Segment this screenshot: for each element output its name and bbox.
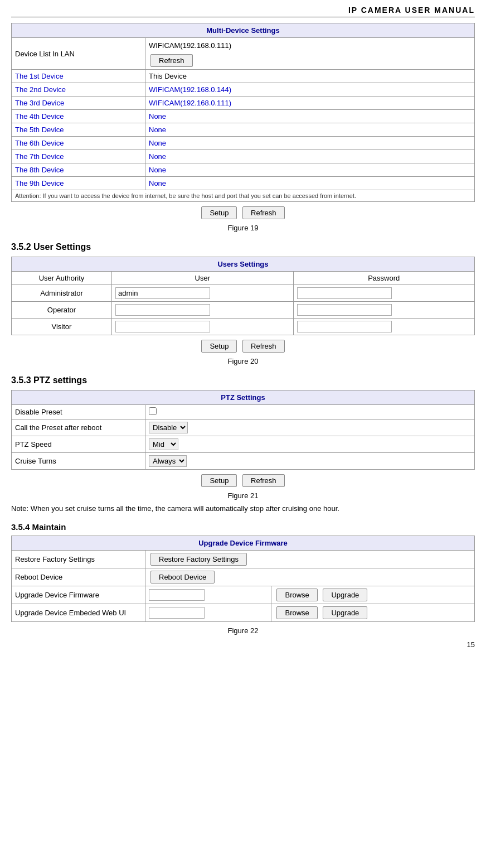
device-3rd-value: WIFICAM(192.168.0.111) xyxy=(145,97,475,110)
cruise-turns-label: Cruise Turns xyxy=(12,453,145,470)
upgrade-webui-input-cell xyxy=(145,604,271,621)
disable-preset-checkbox[interactable] xyxy=(149,407,157,415)
device-4th-label: The 4th Device xyxy=(12,110,145,123)
visitor-user-input[interactable] xyxy=(115,321,210,332)
ptz-settings-section-title: 3.5.3 PTZ settings xyxy=(11,375,475,385)
cruise-turns-cell: Always 1 2 3 xyxy=(145,453,475,470)
reboot-device-label: Reboot Device xyxy=(12,568,145,586)
device-8th-value: None xyxy=(145,163,475,177)
restore-factory-button[interactable]: Restore Factory Settings xyxy=(150,553,247,566)
admin-password-input[interactable] xyxy=(297,287,392,299)
table-row: The 8th Device None xyxy=(12,163,475,177)
table-row: Disable Preset xyxy=(12,405,475,419)
upgrade-webui-browse-button[interactable]: Browse xyxy=(276,606,317,619)
table-row: The 3rd Device WIFICAM(192.168.0.111) xyxy=(12,97,475,110)
upgrade-firmware-label: Upgrade Device Firmware xyxy=(12,586,145,604)
multi-device-btn-row: Setup Refresh xyxy=(11,206,475,219)
user-settings-table: Users Settings User Authority User Passw… xyxy=(11,257,475,335)
operator-authority-label: Operator xyxy=(12,302,112,319)
maintain-table: Upgrade Device Firmware Restore Factory … xyxy=(11,536,475,622)
table-row: The 4th Device None xyxy=(12,110,475,123)
table-row: PTZ Speed Low Mid High xyxy=(12,436,475,453)
cruise-turns-select[interactable]: Always 1 2 3 xyxy=(149,455,187,467)
user-settings-title: Users Settings xyxy=(12,257,475,272)
device-3rd-label: The 3rd Device xyxy=(12,97,145,110)
user-settings-header-row: User Authority User Password xyxy=(12,272,475,285)
admin-password-cell xyxy=(293,285,475,302)
upgrade-webui-btn-cell: Browse Upgrade xyxy=(271,604,475,621)
user-settings-btn-row: Setup Refresh xyxy=(11,340,475,353)
device-9th-value: None xyxy=(145,177,475,190)
page-number: 15 xyxy=(11,640,475,649)
table-row: The 6th Device None xyxy=(12,137,475,150)
upgrade-firmware-btn-cell: Browse Upgrade xyxy=(271,586,475,604)
multi-device-table: Multi-Device Settings Device List In LAN… xyxy=(11,23,475,202)
table-row: Call the Preset after reboot Disable Ena… xyxy=(12,419,475,436)
user-col-header: User xyxy=(112,272,294,285)
ptz-settings-title: PTZ Settings xyxy=(12,390,475,405)
upgrade-firmware-browse-button[interactable]: Browse xyxy=(276,589,317,601)
user-settings-refresh-button[interactable]: Refresh xyxy=(242,340,285,353)
device-1st-label: The 1st Device xyxy=(12,70,145,83)
call-preset-select[interactable]: Disable Enable xyxy=(149,422,188,433)
table-row: Operator xyxy=(12,302,475,319)
table-row: Upgrade Device Embeded Web UI Browse Upg… xyxy=(12,604,475,621)
visitor-password-cell xyxy=(293,319,475,335)
operator-password-input[interactable] xyxy=(297,304,392,316)
call-preset-cell: Disable Enable xyxy=(145,419,475,436)
device-list-row: Device List In LAN WIFICAM(192.168.0.111… xyxy=(12,38,475,70)
device-6th-label: The 6th Device xyxy=(12,137,145,150)
maintain-section-title: 3.5.4 Maintain xyxy=(11,522,475,532)
device-7th-label: The 7th Device xyxy=(12,150,145,163)
header-title: IP CAMERA USER MANUAL xyxy=(348,6,475,15)
table-row: The 7th Device None xyxy=(12,150,475,163)
visitor-user-cell xyxy=(112,319,294,335)
admin-authority-label: Administrator xyxy=(12,285,112,302)
operator-password-cell xyxy=(293,302,475,319)
device-9th-label: The 9th Device xyxy=(12,177,145,190)
table-row: The 9th Device None xyxy=(12,177,475,190)
visitor-password-input[interactable] xyxy=(297,321,392,332)
table-row: Administrator xyxy=(12,285,475,302)
multi-device-setup-button[interactable]: Setup xyxy=(201,206,237,219)
table-row: The 5th Device None xyxy=(12,123,475,137)
upgrade-firmware-input-cell xyxy=(145,586,271,604)
reboot-device-cell: Reboot Device xyxy=(145,568,475,586)
device-1st-value: This Device xyxy=(145,70,475,83)
table-row: Cruise Turns Always 1 2 3 xyxy=(12,453,475,470)
admin-user-cell xyxy=(112,285,294,302)
admin-user-input[interactable] xyxy=(115,287,210,299)
restore-factory-cell: Restore Factory Settings xyxy=(145,550,475,568)
table-row: Upgrade Device Firmware Browse Upgrade xyxy=(12,586,475,604)
figure-20-label: Figure 20 xyxy=(11,357,475,365)
ptz-note: Note: When you set cruise turns all the … xyxy=(11,503,475,514)
upgrade-firmware-input[interactable] xyxy=(149,589,205,601)
device-5th-value: None xyxy=(145,123,475,137)
upgrade-webui-input[interactable] xyxy=(149,607,205,619)
password-col-header: Password xyxy=(293,272,475,285)
reboot-device-button[interactable]: Reboot Device xyxy=(150,571,215,584)
device-5th-label: The 5th Device xyxy=(12,123,145,137)
multi-device-refresh-button[interactable]: Refresh xyxy=(242,206,285,219)
ptz-refresh-button[interactable]: Refresh xyxy=(242,474,285,487)
device-2nd-label: The 2nd Device xyxy=(12,83,145,97)
device-4th-value: None xyxy=(145,110,475,123)
device-8th-label: The 8th Device xyxy=(12,163,145,177)
attention-text: Attention: If you want to access the dev… xyxy=(12,190,475,202)
ptz-settings-btn-row: Setup Refresh xyxy=(11,474,475,487)
device-list-refresh-button[interactable]: Refresh xyxy=(150,54,193,67)
user-settings-setup-button[interactable]: Setup xyxy=(201,340,237,353)
operator-user-input[interactable] xyxy=(115,304,210,316)
figure-21-label: Figure 21 xyxy=(11,491,475,500)
ptz-setup-button[interactable]: Setup xyxy=(201,474,237,487)
visitor-authority-label: Visitor xyxy=(12,319,112,335)
upgrade-firmware-upgrade-button[interactable]: Upgrade xyxy=(323,589,367,601)
ptz-speed-select[interactable]: Low Mid High xyxy=(149,438,178,450)
upgrade-webui-upgrade-button[interactable]: Upgrade xyxy=(323,606,367,619)
call-preset-label: Call the Preset after reboot xyxy=(12,419,145,436)
ptz-speed-cell: Low Mid High xyxy=(145,436,475,453)
device-list-cell: WIFICAM(192.168.0.111) Refresh xyxy=(145,38,475,70)
disable-preset-cell xyxy=(145,405,475,419)
page-header: IP CAMERA USER MANUAL xyxy=(11,6,475,17)
device-list-label: Device List In LAN xyxy=(12,38,145,70)
